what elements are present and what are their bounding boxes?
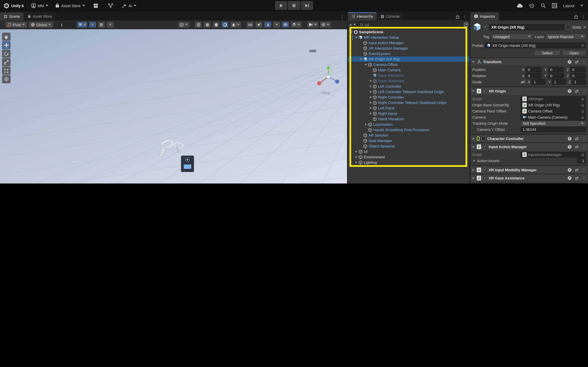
component-header[interactable]: #✓Input Action Manager?⋮ [470,143,588,150]
hierarchy-item[interactable]: Right Controller [348,94,470,100]
grid-options-caret[interactable] [89,21,96,28]
view-hand-tool[interactable] [2,33,10,41]
hierarchy-item[interactable]: Hands Smoothing Post Processor [348,127,470,133]
scene-gizmos-dropdown[interactable] [320,21,331,28]
component-menu-kebab[interactable]: ⋮ [582,59,586,64]
layer-dropdown[interactable]: Ignore Raycast [546,34,586,39]
create-button[interactable]: + [349,22,352,27]
audio-mute-toggle[interactable] [255,21,263,28]
projection-label[interactable]: Persp [321,91,330,95]
help-icon[interactable]: ? [568,137,572,141]
scene-panel-menu[interactable]: ⋮ [340,14,344,19]
component-header[interactable]: Transform?⋮ [470,58,588,66]
prefab-object-field[interactable]: XR Origin Hands (XR Rig) ◎ [485,42,586,48]
help-icon[interactable]: ? [568,168,572,172]
presets-icon[interactable] [575,137,579,141]
move-tool[interactable] [2,41,10,49]
object-picker-icon[interactable]: ◎ [581,103,584,107]
wireframe-toggle[interactable] [204,21,211,28]
array-size-field[interactable]: 1 [577,158,586,163]
presets-icon[interactable] [575,168,579,172]
hierarchy-item[interactable]: Environment [348,154,470,160]
lighting-toggle[interactable] [221,21,229,28]
rotation-y-field[interactable]: 0 [548,73,564,78]
solid-shading-toggle[interactable] [213,21,220,28]
scale-tool[interactable] [2,58,10,66]
gameobject-name-field[interactable]: XR Origin (XR Rig) [489,24,565,30]
prefab-open-chevron[interactable]: › [466,57,468,61]
hierarchy-item[interactable]: SampleScene⋮ [348,29,470,35]
component-header[interactable]: #✓XR Origin?⋮ [470,87,588,95]
lock-icon[interactable] [456,15,459,19]
object-field[interactable]: #XRGazeAssistance◎ [521,183,586,184]
component-header[interactable]: #✓XR Gaze Assistance?⋮ [470,174,588,182]
hierarchy-item[interactable]: Main Camera [348,67,470,73]
camera-overlay-dropdown[interactable] [307,21,319,28]
rect-tool[interactable] [2,67,10,75]
maximize-search-icon[interactable] [464,22,468,27]
help-icon[interactable]: ? [568,145,572,149]
scene-viewport[interactable]: XB Persp [0,29,347,184]
object-field[interactable]: #InputActionManager◎ [521,152,586,158]
debug-dropdown[interactable] [230,21,242,28]
component-enabled-checkbox[interactable]: ✓ [483,176,487,180]
create-caret[interactable] [353,24,356,25]
cloud-icon[interactable] [517,3,523,8]
hierarchy-item[interactable]: Camera Offset [348,62,470,67]
package-manager-button[interactable] [88,0,103,11]
inspector-panel-menu[interactable]: ⋮ [581,14,585,19]
component-header[interactable]: Character Controller?⋮ [470,135,588,142]
hierarchy-item[interactable]: Left Hand [348,105,470,111]
shaded-wireframe-toggle[interactable] [195,21,202,28]
component-menu-kebab[interactable]: ⋮ [582,144,586,149]
component-enabled-checkbox[interactable]: ✓ [483,145,487,149]
play-button[interactable] [275,1,287,10]
search-icon[interactable] [541,3,546,8]
rotate-tool[interactable] [2,50,10,58]
prefab-open-chevron[interactable]: › [466,73,468,77]
hierarchy-item[interactable]: Right Hand [348,111,470,116]
static-checkbox[interactable] [566,25,571,29]
tab-asset-store[interactable]: Asset Store [24,12,56,20]
component-enabled-checkbox[interactable]: ✓ [483,89,487,93]
position-y-field[interactable]: 0 [548,67,564,72]
rotation-z-field[interactable]: 0 [570,73,586,78]
hierarchy-item[interactable]: Right Controller Teleport Stabilized Ori… [348,100,470,105]
tab-hierarchy[interactable]: Hierarchy [348,12,377,20]
prefab-select-button[interactable]: Select [534,50,561,56]
2d-toggle[interactable]: 2D [247,21,254,28]
tab-console[interactable]: Console [377,12,403,20]
account-menu[interactable]: MM [27,0,52,11]
scale-y-field[interactable]: 1 [552,79,566,85]
hierarchy-item[interactable]: XR Origin (XR Rig)› [348,56,470,62]
component-menu-kebab[interactable]: ⋮ [582,136,586,141]
static-caret[interactable] [583,26,586,28]
snap-options-caret[interactable] [107,21,114,28]
overlay-menu-handle[interactable] [309,50,316,53]
rotation-x-field[interactable]: 0 [526,73,542,78]
transform-tool[interactable] [2,75,10,83]
position-x-field[interactable]: 0 [526,67,542,72]
component-menu-kebab[interactable]: ⋮ [582,167,586,172]
hierarchy-item[interactable]: Goal Manager [348,138,470,143]
presets-icon[interactable] [575,176,579,180]
hierarchy-item[interactable]: UI [348,149,470,154]
history-icon[interactable] [529,3,535,8]
hierarchy-item[interactable]: Left Controller Teleport Stabilized Orig… [348,89,470,94]
hierarchy-item[interactable]: EventSystem [348,51,470,56]
pause-button[interactable] [288,1,300,10]
prefab-open-button[interactable]: Open [562,50,586,56]
hierarchy-item[interactable]: Gaze Interactor› [348,73,470,78]
snap-toggle[interactable] [98,21,105,28]
effects-caret[interactable] [273,21,281,28]
grid-visibility-toggle[interactable]: Y [77,21,88,28]
position-z-field[interactable]: 0 [570,67,586,72]
ai-menu[interactable]: AI [118,0,140,11]
version-control-button[interactable] [103,0,118,11]
effects-toggle[interactable] [264,21,272,28]
object-field[interactable]: #Camera Offset◎ [521,108,586,114]
object-picker-icon[interactable]: ◎ [581,109,584,113]
hierarchy-item[interactable]: Left Controller [348,83,470,89]
orientation-gizmo[interactable] [315,63,342,90]
hierarchy-item[interactable]: XR Interaction Manager [348,46,470,51]
